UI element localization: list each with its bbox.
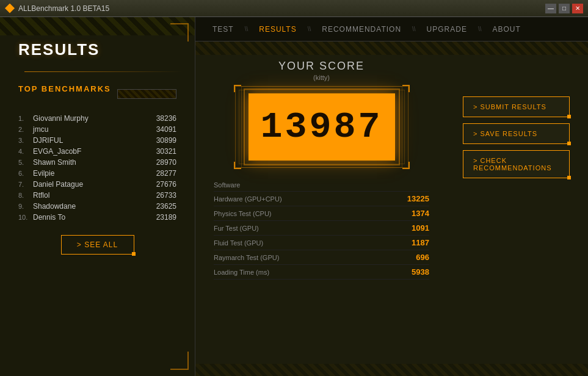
benchmark-rank: 1. (18, 115, 33, 122)
score-section: YOUR SCORE (kitty) 13987 (214, 60, 429, 280)
metric-label: Software (214, 181, 393, 189)
benchmark-row: 10.Dennis To23189 (18, 212, 176, 223)
benchmarks-stripe (117, 89, 176, 99)
nav-test[interactable]: TEST (208, 23, 239, 36)
benchmark-rank: 5. (18, 159, 33, 166)
frame-decoration-br (170, 352, 189, 370)
divider-line (24, 71, 183, 72)
check-recommendations-button[interactable]: > CHECK RECOMMENDATIONS (463, 150, 570, 178)
score-display: 13987 (249, 93, 395, 161)
benchmarks-header: TOP BENCHMARKS (18, 84, 176, 103)
metric-label: Raymarch Test (GPU) (214, 254, 393, 261)
app-icon (5, 4, 15, 13)
titlebar: ALLBenchmark 1.0 BETA15 — □ ✕ (0, 0, 588, 17)
metric-value: 1187 (393, 238, 429, 247)
nav-recommendation[interactable]: RECOMMENDATION (317, 23, 406, 36)
nav-sep-4: \\ (478, 26, 482, 32)
metric-row: Raymarch Test (GPU)696 (214, 250, 429, 265)
metric-row: Physics Test (CPU)1374 (214, 206, 429, 221)
buttons-section: > SUBMIT RESULTS > SAVE RESULTS > CHECK … (448, 60, 570, 280)
benchmark-row: 8.Rtflol26733 (18, 190, 176, 201)
metric-label: Fluid Test (GPU) (214, 239, 393, 247)
benchmark-name: Shawn Smith (33, 158, 156, 167)
metrics-table: SoftwareHardware (GPU+CPU)13225Physics T… (214, 179, 429, 280)
frame-decoration-tr (170, 23, 189, 42)
benchmark-score: 23189 (156, 213, 176, 222)
metric-value: 696 (393, 253, 429, 262)
benchmark-score: 30899 (156, 136, 176, 145)
your-score-label: YOUR SCORE (214, 60, 429, 73)
metric-label: Fur Test (GPU) (214, 225, 393, 232)
minimize-button[interactable]: — (545, 4, 556, 13)
benchmark-name: Rtflol (33, 191, 156, 200)
benchmark-score: 28970 (156, 158, 176, 167)
benchmarks-section: TOP BENCHMARKS 1.Giovanni Murphy382362.j… (0, 72, 195, 267)
benchmark-name: EVGA_JacobF (33, 147, 156, 156)
nav-results[interactable]: RESULTS (254, 23, 301, 36)
benchmark-row: 5.Shawn Smith28970 (18, 157, 176, 168)
content-area: YOUR SCORE (kitty) 13987 (195, 42, 588, 286)
page-title: RESULTS (0, 17, 195, 71)
benchmark-row: 1.Giovanni Murphy38236 (18, 113, 176, 124)
metric-row: Loading Time (ms)5938 (214, 265, 429, 280)
benchmark-row: 7.Daniel Patague27676 (18, 179, 176, 190)
benchmark-row: 6.Evilpie28277 (18, 168, 176, 179)
nav-sep-2: \\ (308, 26, 311, 32)
save-results-button[interactable]: > SAVE RESULTS (463, 123, 570, 144)
benchmark-row: 4.EVGA_JacobF30321 (18, 146, 176, 157)
benchmark-rank: 9. (18, 203, 33, 210)
nav-upgrade[interactable]: UPGRADE (422, 23, 472, 36)
benchmark-name: DJRIFUL (33, 136, 156, 145)
benchmark-score: 34091 (156, 125, 176, 134)
benchmark-name: jmcu (33, 125, 156, 134)
nav-about[interactable]: ABOUT (488, 23, 526, 36)
benchmark-rank: 6. (18, 170, 33, 177)
nav-sep-3: \\ (412, 26, 416, 32)
benchmark-row: 9.Shadowdane23625 (18, 201, 176, 212)
benchmark-rank: 8. (18, 192, 33, 199)
benchmark-row: 3.DJRIFUL30899 (18, 135, 176, 146)
see-all-button[interactable]: > SEE ALL (61, 235, 134, 255)
benchmark-rank: 2. (18, 126, 33, 133)
top-navigation: TEST \\ RESULTS \\ RECOMMENDATION \\ UPG… (195, 17, 588, 42)
benchmark-rank: 10. (18, 214, 33, 221)
right-panel: TEST \\ RESULTS \\ RECOMMENDATION \\ UPG… (195, 17, 588, 376)
benchmark-name: Daniel Patague (33, 180, 156, 189)
metric-value: 13225 (393, 194, 429, 203)
metric-label: Physics Test (CPU) (214, 210, 393, 217)
submit-results-button[interactable]: > SUBMIT RESULTS (463, 96, 570, 117)
metric-label: Hardware (GPU+CPU) (214, 195, 393, 203)
benchmarks-list: 1.Giovanni Murphy382362.jmcu340913.DJRIF… (18, 113, 176, 223)
close-button[interactable]: ✕ (572, 4, 583, 13)
benchmark-name: Dennis To (33, 213, 156, 222)
metric-row: Hardware (GPU+CPU)13225 (214, 192, 429, 206)
metric-row: Software (214, 179, 429, 192)
benchmark-name: Shadowdane (33, 202, 156, 211)
score-value: 13987 (260, 106, 382, 148)
benchmark-score: 30321 (156, 147, 176, 156)
benchmark-score: 38236 (156, 114, 176, 123)
benchmark-rank: 7. (18, 181, 33, 188)
metric-value: 5938 (393, 267, 429, 277)
metric-row: Fluid Test (GPU)1187 (214, 236, 429, 250)
benchmark-rank: 3. (18, 137, 33, 144)
app-title: ALLBenchmark 1.0 BETA15 (18, 4, 109, 13)
metric-value: 1091 (393, 223, 429, 233)
left-panel: RESULTS TOP BENCHMARKS 1.Giovanni Murphy… (0, 17, 195, 376)
benchmark-row: 2.jmcu34091 (18, 124, 176, 135)
benchmark-name: Evilpie (33, 169, 156, 178)
metric-value: 1374 (393, 209, 429, 218)
titlebar-left: ALLBenchmark 1.0 BETA15 (5, 4, 109, 13)
benchmark-name: Giovanni Murphy (33, 114, 156, 123)
bottom-stripe-decoration (195, 364, 588, 376)
maximize-button[interactable]: □ (559, 4, 570, 13)
nav-sep-1: \\ (245, 26, 249, 32)
benchmark-score: 28277 (156, 169, 176, 178)
window-controls: — □ ✕ (545, 4, 583, 13)
benchmark-rank: 4. (18, 148, 33, 155)
top-stripe-decoration (195, 42, 588, 55)
metric-row: Fur Test (GPU)1091 (214, 221, 429, 236)
benchmark-score: 23625 (156, 202, 176, 211)
metric-label: Loading Time (ms) (214, 269, 393, 276)
benchmarks-title: TOP BENCHMARKS (18, 84, 111, 93)
